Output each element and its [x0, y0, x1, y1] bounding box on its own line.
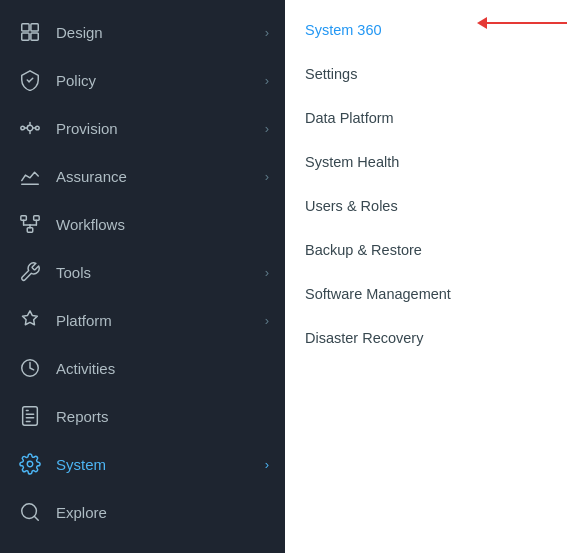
sidebar-item-assurance[interactable]: Assurance › — [0, 152, 285, 200]
submenu-item-dataplatform[interactable]: Data Platform — [285, 96, 567, 140]
chevron-right-icon: › — [265, 313, 269, 328]
system-icon — [16, 450, 44, 478]
submenu-item-label: Data Platform — [305, 110, 394, 126]
submenu-item-label: Software Management — [305, 286, 451, 302]
design-icon — [16, 18, 44, 46]
arrow-annotation — [479, 22, 567, 24]
svg-point-28 — [27, 461, 33, 467]
explore-icon — [16, 498, 44, 526]
sidebar-item-label: Tools — [56, 264, 265, 281]
svg-line-30 — [34, 516, 38, 520]
submenu-item-label: Users & Roles — [305, 198, 398, 214]
sidebar-item-reports[interactable]: Reports — [0, 392, 285, 440]
sidebar-item-policy[interactable]: Policy › — [0, 56, 285, 104]
chevron-right-icon: › — [265, 265, 269, 280]
submenu-item-disasterrecovery[interactable]: Disaster Recovery — [285, 316, 567, 360]
submenu-item-system360[interactable]: System 360 — [285, 8, 567, 52]
chevron-right-icon: › — [265, 169, 269, 184]
svg-rect-3 — [31, 33, 38, 40]
sidebar-item-provision[interactable]: Provision › — [0, 104, 285, 152]
chevron-right-icon: › — [265, 457, 269, 472]
svg-point-6 — [27, 125, 33, 131]
submenu-item-softwaremgmt[interactable]: Software Management — [285, 272, 567, 316]
submenu-item-label: System Health — [305, 154, 399, 170]
sidebar-item-label: Workflows — [56, 216, 269, 233]
svg-rect-23 — [23, 407, 38, 425]
sidebar-item-platform[interactable]: Platform › — [0, 296, 285, 344]
sidebar-item-label: Explore — [56, 504, 269, 521]
sidebar: Design › Policy › Provision › Assurance … — [0, 0, 285, 553]
svg-rect-0 — [22, 24, 29, 31]
sidebar-item-activities[interactable]: Activities — [0, 344, 285, 392]
svg-rect-1 — [31, 24, 38, 31]
sidebar-item-label: System — [56, 456, 265, 473]
tools-icon — [16, 258, 44, 286]
submenu-item-label: System 360 — [305, 22, 382, 38]
sidebar-item-label: Platform — [56, 312, 265, 329]
sidebar-item-label: Design — [56, 24, 265, 41]
sidebar-item-design[interactable]: Design › — [0, 8, 285, 56]
sidebar-item-label: Reports — [56, 408, 269, 425]
reports-icon — [16, 402, 44, 430]
chevron-right-icon: › — [265, 121, 269, 136]
provision-icon — [16, 114, 44, 142]
chevron-right-icon: › — [265, 73, 269, 88]
chevron-right-icon: › — [265, 25, 269, 40]
sidebar-item-explore[interactable]: Explore — [0, 488, 285, 536]
svg-rect-2 — [22, 33, 29, 40]
svg-line-5 — [29, 78, 33, 82]
submenu-item-settings[interactable]: Settings — [285, 52, 567, 96]
sidebar-item-label: Provision — [56, 120, 265, 137]
submenu-item-label: Disaster Recovery — [305, 330, 423, 346]
sidebar-item-tools[interactable]: Tools › — [0, 248, 285, 296]
workflows-icon — [16, 210, 44, 238]
sidebar-item-label: Assurance — [56, 168, 265, 185]
submenu-item-label: Settings — [305, 66, 357, 82]
submenu-item-backuprestore[interactable]: Backup & Restore — [285, 228, 567, 272]
sidebar-item-label: Activities — [56, 360, 269, 377]
submenu-item-systemhealth[interactable]: System Health — [285, 140, 567, 184]
submenu-item-label: Backup & Restore — [305, 242, 422, 258]
assurance-icon — [16, 162, 44, 190]
submenu-panel: System 360 Settings Data Platform System… — [285, 0, 567, 553]
sidebar-item-system[interactable]: System › — [0, 440, 285, 488]
sidebar-item-workflows[interactable]: Workflows — [0, 200, 285, 248]
sidebar-item-label: Policy — [56, 72, 265, 89]
submenu-item-usersroles[interactable]: Users & Roles — [285, 184, 567, 228]
policy-icon — [16, 66, 44, 94]
platform-icon — [16, 306, 44, 334]
activities-icon — [16, 354, 44, 382]
